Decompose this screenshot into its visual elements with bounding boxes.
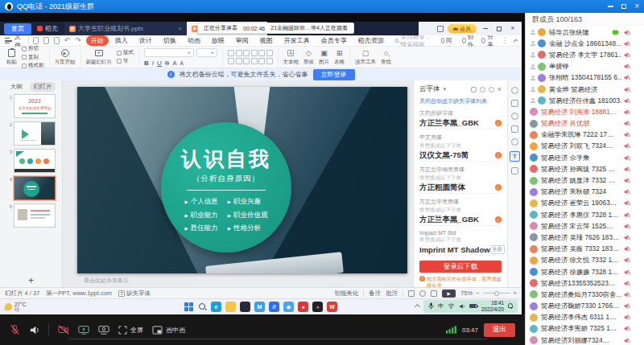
slide-canvas[interactable]: 认识自我 （分析自身原因） ▶个人信息▶职业能力▶胜任能力 ▶职业兴趣▶职业价值…	[63, 80, 413, 287]
fullscreen-button[interactable]: 全屏	[118, 326, 143, 335]
slide-thumbnail[interactable]: 4	[6, 176, 56, 200]
member-row[interactable]: 贸易经济鞠娇7330 1766…	[526, 301, 644, 312]
panel-icon-2[interactable]	[511, 113, 518, 120]
reading-view-icon[interactable]	[431, 290, 437, 297]
member-row[interactable]: 贸易经济 李文宇 17861…	[526, 49, 644, 60]
undo-icon[interactable]: ↶	[64, 37, 71, 44]
member-row[interactable]: 辅导员张炔隆	[526, 27, 644, 38]
menu-item[interactable]: 稻壳资源	[353, 35, 389, 46]
download-after-login-button[interactable]: 登录后下载	[419, 261, 502, 273]
print-icon[interactable]	[54, 37, 60, 44]
chevron-down-icon[interactable]: ▼	[443, 87, 448, 92]
member-row[interactable]: 贸易经济 崔荣云 19063…	[526, 198, 644, 209]
play-from-current-button[interactable]: ▶ 当页开始	[55, 49, 76, 66]
member-row[interactable]: 贸易经济 宋云萍 1525…	[526, 220, 644, 232]
wps-restore-button[interactable]	[494, 22, 504, 35]
notification-bell-icon[interactable]	[508, 303, 513, 308]
thumbnail-preview[interactable]: 2022大学生职业生涯规划	[14, 94, 56, 118]
system-tray[interactable]: 中 18:41 2022/4/20	[423, 300, 518, 313]
section-button[interactable]: 节	[117, 58, 134, 65]
photos-taskbar-icon[interactable]: ◆	[283, 302, 294, 312]
cut-button[interactable]: 剪切	[22, 45, 44, 52]
download-font-icon[interactable]: ↓	[495, 184, 502, 191]
zoom-in-button[interactable]: +	[514, 290, 517, 297]
slide-thumbnail[interactable]: 5	[6, 203, 56, 228]
tray-clock[interactable]: 18:41 2022/4/20	[481, 300, 504, 311]
download-font-icon[interactable]: ↓	[495, 120, 502, 126]
wps-taskbar-icon[interactable]: W	[327, 302, 337, 312]
home-tab[interactable]: 首页	[4, 23, 31, 35]
screen-share-button[interactable]	[78, 325, 89, 335]
save-icon[interactable]	[33, 37, 39, 44]
notes-button[interactable]: 备注	[369, 290, 381, 298]
minimize-button[interactable]	[608, 6, 613, 7]
member-row[interactable]: 贸易经济 徐媛媛 7328 1…	[526, 266, 644, 277]
member-row[interactable]: 贸易经济 刘双飞 7324…	[526, 141, 644, 152]
redo-icon[interactable]: ↷	[75, 37, 81, 44]
member-row[interactable]: 贸易经济 吕优朋	[526, 118, 644, 129]
current-slide[interactable]: 认识自我 （分析自身原因） ▶个人信息▶职业能力▶胜任能力 ▶职业兴趣▶职业价值…	[77, 87, 407, 273]
member-row[interactable]: 贸易经济 吴瑾 7626 183…	[526, 232, 644, 243]
thumbnail-preview[interactable]	[14, 121, 56, 146]
docer-tab[interactable]: 稻壳	[37, 24, 58, 33]
download-font-icon[interactable]: ↓	[495, 216, 502, 223]
member-row[interactable]: 贸易经济任佳鑫 181003…	[526, 95, 644, 106]
new-slide-button[interactable]: + 新建幻灯片	[86, 49, 113, 66]
comment-icon[interactable]	[471, 87, 477, 92]
app-dark-taskbar-icon[interactable]	[240, 302, 250, 312]
projection-button[interactable]	[98, 325, 109, 335]
input-method-indicator[interactable]: 中	[438, 302, 444, 310]
shapes-button[interactable]: ◇形状	[303, 49, 314, 66]
paste-button[interactable]: 粘贴	[6, 49, 17, 66]
font-item[interactable]: 方正粗圆简体↓	[419, 182, 502, 194]
slide-title-circle[interactable]: 认识自我 （分析自身原因） ▶个人信息▶职业能力▶胜任能力 ▶职业兴趣▶职业价值…	[161, 122, 291, 253]
member-row[interactable]: 黄金烨 贸易经济	[526, 84, 644, 95]
wps-minimize-button[interactable]	[481, 22, 490, 35]
taskbar-search-icon[interactable]	[198, 302, 207, 311]
comments-button[interactable]: 批注	[386, 290, 398, 298]
zoom-slider-knob[interactable]	[494, 291, 499, 296]
menu-item[interactable]: 开始	[86, 35, 109, 46]
disable-hint-link[interactable]: 关闭自动提示缺失字体列表	[419, 97, 502, 105]
panel-icon-1[interactable]	[511, 100, 518, 107]
member-row[interactable]: 金融学朱凯琳 7222 17…	[526, 129, 644, 141]
camera-muted-button[interactable]	[58, 325, 69, 335]
thumbnail-preview[interactable]	[14, 203, 56, 228]
find-button[interactable]: 查找	[381, 49, 391, 66]
member-row[interactable]: 贸易经济 朱秋硕 7324	[526, 187, 644, 198]
layout-button[interactable]: 版式	[117, 49, 134, 56]
close-button[interactable]: ×	[634, 2, 639, 10]
panel-icon-5[interactable]	[511, 167, 518, 175]
member-row[interactable]: 张栩晗 13504178155 6…	[526, 72, 644, 84]
font-size-decrease-button[interactable]: A	[180, 60, 183, 66]
member-row[interactable]: 金融 沙点金 18661348…	[526, 38, 644, 49]
member-row[interactable]: 单骏铮	[526, 61, 644, 72]
mail-taskbar-icon[interactable]: M	[254, 302, 265, 312]
font-item[interactable]: Imprint MT Shadow免费	[419, 244, 502, 256]
italic-button[interactable]: I	[152, 60, 154, 67]
font-size-select[interactable]	[196, 48, 217, 57]
collapse-ribbon-icon[interactable]	[513, 39, 518, 44]
explorer-taskbar-icon[interactable]	[225, 302, 236, 312]
copy-button[interactable]: 复制	[22, 54, 44, 61]
normal-view-icon[interactable]	[408, 290, 415, 297]
wps-close-button[interactable]: ×	[508, 22, 518, 35]
notes-placeholder[interactable]: 单击此处添加备注	[84, 277, 129, 285]
member-row[interactable]: 贸易经济 徐文悦 7332 1…	[526, 255, 644, 266]
output-icon[interactable]	[43, 37, 49, 44]
member-row[interactable]: 贸易经济 佘孚乘	[526, 152, 644, 163]
font-item[interactable]: 方正兰亭黑_GBK↓	[419, 214, 502, 226]
tab-close-icon[interactable]: ×	[178, 25, 182, 32]
menu-item[interactable]: 放映	[207, 35, 229, 46]
member-row[interactable]: 贸易经济 孙琬珑 7325 …	[526, 163, 644, 175]
font-family-select[interactable]	[144, 48, 194, 57]
bold-button[interactable]: B	[144, 60, 149, 67]
workspace-icon[interactable]	[437, 26, 444, 32]
weather-widget[interactable]: 27°C 晴	[5, 302, 27, 313]
document-tab-1[interactable]: P 大学生职业规划书.pptx ×	[64, 22, 187, 35]
font-color-button[interactable]: A	[172, 60, 176, 67]
add-slide-button[interactable]: +	[0, 274, 62, 287]
font-item[interactable]: 方正兰亭黑_GBK↓	[419, 117, 502, 129]
member-row[interactable]: 贸易经济李宪娇 7325 1…	[526, 323, 644, 335]
mic-muted-button[interactable]	[10, 324, 20, 335]
